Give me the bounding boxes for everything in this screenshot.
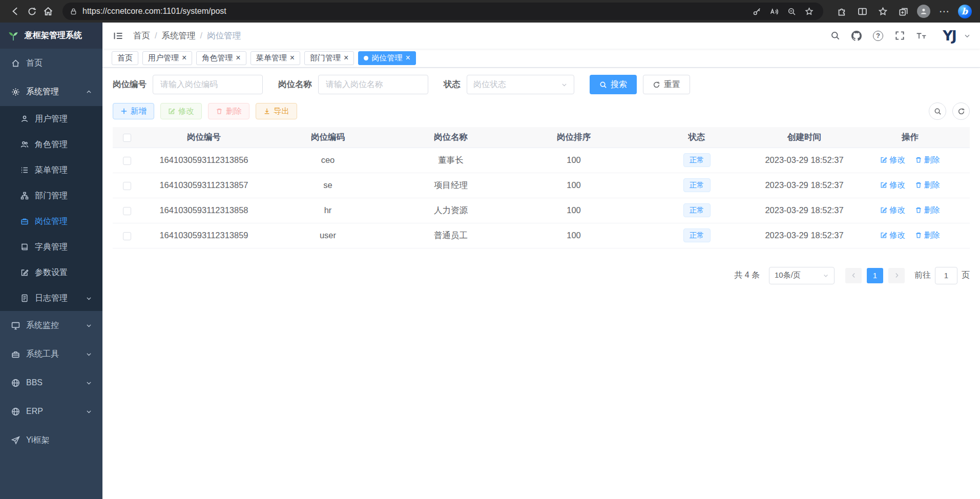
breadcrumb: 首页 / 系统管理 / 岗位管理 bbox=[133, 30, 241, 41]
extensions-icon[interactable] bbox=[833, 3, 850, 19]
add-button[interactable]: 新增 bbox=[113, 103, 154, 119]
select-all-checkbox[interactable] bbox=[123, 134, 131, 142]
docs-question-icon[interactable]: ? bbox=[871, 29, 885, 43]
toggle-search-button[interactable] bbox=[929, 102, 946, 120]
browser-menu-icon[interactable]: ⋯ bbox=[936, 3, 952, 19]
sidebar-item-bbs[interactable]: BBS bbox=[0, 368, 102, 397]
goto-label: 前往 bbox=[914, 270, 931, 281]
github-icon[interactable] bbox=[850, 29, 863, 43]
sidebar-item-department-management[interactable]: 部门管理 bbox=[0, 183, 102, 209]
tab-menu-management[interactable]: 菜单管理× bbox=[251, 51, 300, 65]
next-page-button[interactable] bbox=[888, 268, 905, 283]
row-edit-link[interactable]: 修改 bbox=[880, 205, 905, 216]
sidebar-item-dictionary-management[interactable]: 字典管理 bbox=[0, 234, 102, 260]
table-row[interactable]: 1641030593112313859 user 普通员工 100 正常 202… bbox=[113, 223, 970, 248]
header-search-icon[interactable] bbox=[828, 29, 842, 43]
sidebar-item-role-management[interactable]: 角色管理 bbox=[0, 132, 102, 157]
chevron-up-icon bbox=[86, 89, 92, 95]
row-delete-link[interactable]: 删除 bbox=[915, 230, 940, 241]
tab-post-management[interactable]: 岗位管理× bbox=[358, 51, 415, 65]
delete-button[interactable]: 删除 bbox=[208, 103, 249, 119]
address-bar[interactable]: https://ccnetcore.com:1101/system/post bbox=[62, 3, 823, 20]
post-table: 岗位编号 岗位编码 岗位名称 岗位排序 状态 创建时间 操作 164103059… bbox=[113, 127, 970, 248]
export-button[interactable]: 导出 bbox=[256, 103, 297, 119]
breadcrumb-home[interactable]: 首页 bbox=[133, 30, 150, 41]
tab-bar: 首页 用户管理× 角色管理× 菜单管理× 部门管理× 岗位管理× bbox=[102, 49, 980, 68]
reload-icon[interactable] bbox=[24, 3, 40, 19]
current-page-button[interactable]: 1 bbox=[867, 268, 883, 283]
sidebar-item-system-tools[interactable]: 系统工具 bbox=[0, 340, 102, 368]
sidebar-item-menu-management[interactable]: 菜单管理 bbox=[0, 157, 102, 183]
row-checkbox[interactable] bbox=[123, 157, 131, 165]
sidebar-item-user-management[interactable]: 用户管理 bbox=[0, 106, 102, 132]
lock-icon[interactable] bbox=[70, 8, 77, 15]
close-icon[interactable]: × bbox=[182, 54, 186, 62]
user-avatar-logo[interactable]: YJ bbox=[938, 25, 961, 47]
close-icon[interactable]: × bbox=[405, 54, 410, 62]
chevron-down-icon bbox=[823, 273, 829, 279]
row-checkbox[interactable] bbox=[123, 232, 131, 240]
home-icon[interactable] bbox=[40, 3, 56, 19]
table-row[interactable]: 1641030593112313857 se 项目经理 100 正常 2023-… bbox=[113, 173, 970, 198]
favorites-bar-icon[interactable] bbox=[874, 3, 891, 19]
post-code-input[interactable] bbox=[153, 75, 263, 94]
password-key-icon[interactable] bbox=[749, 4, 764, 18]
tab-user-management[interactable]: 用户管理× bbox=[142, 51, 192, 65]
sidebar-toggle-icon[interactable] bbox=[112, 29, 125, 43]
sidebar-item-post-management[interactable]: 岗位管理 bbox=[0, 209, 102, 234]
read-aloud-icon[interactable] bbox=[767, 4, 781, 18]
goto-page-input[interactable] bbox=[935, 267, 957, 284]
back-icon[interactable] bbox=[7, 3, 24, 19]
bing-icon[interactable]: b bbox=[956, 3, 973, 19]
close-icon[interactable]: × bbox=[290, 54, 295, 62]
edit-button[interactable]: 修改 bbox=[160, 103, 202, 119]
refresh-table-button[interactable] bbox=[952, 102, 970, 120]
row-delete-link[interactable]: 删除 bbox=[915, 205, 940, 216]
row-edit-link[interactable]: 修改 bbox=[880, 155, 905, 165]
sidebar-item-system-monitor[interactable]: 系统监控 bbox=[0, 311, 102, 340]
table-row[interactable]: 1641030593112313856 ceo 董事长 100 正常 2023-… bbox=[113, 148, 970, 173]
zoom-out-icon[interactable] bbox=[784, 4, 799, 18]
chevron-down-icon bbox=[86, 322, 92, 329]
sidebar-item-parameter-settings[interactable]: 参数设置 bbox=[0, 260, 102, 285]
post-name-input[interactable] bbox=[318, 75, 428, 94]
fullscreen-icon[interactable] bbox=[893, 29, 906, 43]
row-edit-link[interactable]: 修改 bbox=[880, 230, 905, 241]
row-checkbox[interactable] bbox=[123, 182, 131, 190]
profile-avatar-icon[interactable] bbox=[915, 3, 932, 19]
tab-department-management[interactable]: 部门管理× bbox=[304, 51, 354, 65]
col-post-name: 岗位名称 bbox=[389, 127, 512, 148]
avatar-dropdown-caret-icon[interactable] bbox=[964, 32, 971, 39]
sidebar-item-system-management[interactable]: 系统管理 bbox=[0, 77, 102, 106]
collections-icon[interactable] bbox=[895, 3, 911, 19]
status-select[interactable]: 岗位状态 bbox=[467, 75, 574, 94]
row-edit-link[interactable]: 修改 bbox=[880, 180, 905, 191]
table-row[interactable]: 1641030593112313858 hr 人力资源 100 正常 2023-… bbox=[113, 198, 970, 223]
page-size-select[interactable]: 10条/页 bbox=[769, 267, 835, 284]
font-size-icon[interactable] bbox=[914, 29, 928, 43]
app-header: 首页 / 系统管理 / 岗位管理 ? bbox=[102, 23, 980, 49]
url-text[interactable]: https://ccnetcore.com:1101/system/post bbox=[82, 7, 226, 16]
reset-button[interactable]: 重置 bbox=[643, 75, 690, 94]
home-dashboard-icon bbox=[11, 59, 20, 68]
sidebar-item-home[interactable]: 首页 bbox=[0, 49, 102, 77]
close-icon[interactable]: × bbox=[344, 54, 348, 62]
col-post-code: 岗位编码 bbox=[266, 127, 389, 148]
sidebar-item-yi-framework[interactable]: Yi框架 bbox=[0, 426, 102, 454]
app-logo[interactable]: 意框架管理系统 bbox=[0, 23, 102, 49]
prev-page-button[interactable] bbox=[845, 268, 862, 283]
chevron-down-icon bbox=[86, 380, 92, 386]
row-delete-link[interactable]: 删除 bbox=[915, 155, 940, 165]
tab-home[interactable]: 首页 bbox=[112, 51, 138, 65]
row-checkbox[interactable] bbox=[123, 207, 131, 215]
search-button[interactable]: 搜索 bbox=[590, 75, 637, 94]
split-screen-icon[interactable] bbox=[854, 3, 870, 19]
breadcrumb-system[interactable]: 系统管理 bbox=[162, 30, 196, 41]
sidebar-item-log-management[interactable]: 日志管理 bbox=[0, 285, 102, 311]
add-favorite-icon[interactable] bbox=[802, 4, 816, 18]
close-icon[interactable]: × bbox=[236, 54, 240, 62]
tab-role-management[interactable]: 角色管理× bbox=[196, 51, 246, 65]
sidebar-item-erp[interactable]: ERP bbox=[0, 397, 102, 426]
row-delete-link[interactable]: 删除 bbox=[915, 180, 940, 191]
users-icon bbox=[20, 140, 29, 149]
